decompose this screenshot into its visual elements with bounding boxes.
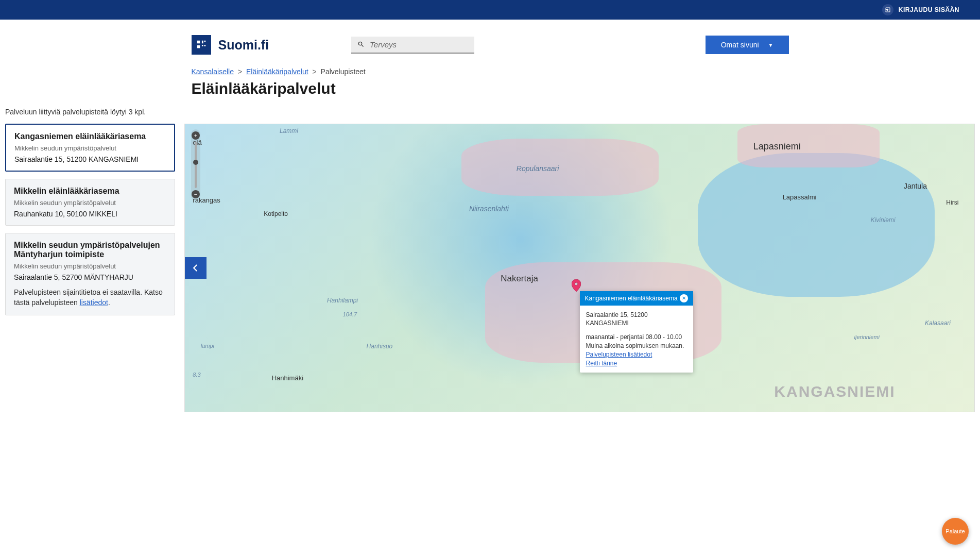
map-place-label: Hirsi [946, 199, 958, 206]
service-card[interactable]: Kangasniemen eläinlääkäriasema Mikkelin … [5, 124, 175, 172]
logo[interactable]: Suomi.fi [192, 35, 269, 55]
popup-title: Kangasniemen eläinlääkäriasema [585, 295, 678, 302]
map-depth-label: 104.7 [343, 311, 357, 317]
search-icon [357, 41, 365, 48]
map-place-label: Lapasniemi [753, 141, 801, 152]
svg-rect-5 [204, 45, 205, 46]
content: Palveluun liittyviä palvelupisteitä löyt… [0, 108, 980, 412]
caret-down-icon: ▼ [768, 42, 773, 48]
card-address: Sairaalantie 15, 51200 KANGASNIEMI [14, 155, 166, 163]
omat-sivuni-button[interactable]: Omat sivuni ▼ [706, 36, 789, 54]
card-org: Mikkelin seudun ympäristöpalvelut [14, 144, 166, 152]
breadcrumb-separator: > [313, 68, 317, 76]
zoom-control: + − [191, 129, 200, 200]
result-count: Palveluun liittyviä palvelupisteitä löyt… [5, 108, 975, 116]
collapse-sidebar-button[interactable] [185, 257, 207, 279]
map-place-label: Jantula [904, 182, 927, 190]
breadcrumb-separator: > [238, 68, 242, 76]
popup-address: Sairaalantie 15, 51200 KANGASNIEMI [586, 311, 687, 328]
svg-rect-2 [204, 41, 205, 42]
breadcrumb: Kansalaiselle > Eläinlääkäripalvelut > P… [192, 62, 789, 80]
map[interactable]: Lammi elä Lapasniemi Ropulansaari Jantul… [184, 124, 975, 412]
popup-close-button[interactable]: ✕ [680, 294, 688, 302]
map-place-label: Nakertaja [501, 274, 538, 284]
zoom-in-button[interactable]: + [192, 131, 200, 140]
svg-rect-4 [201, 45, 203, 46]
map-place-label: Kalasaari [925, 319, 951, 327]
zoom-slider[interactable] [195, 142, 197, 188]
card-address: Rauhankatu 10, 50100 MIKKELI [14, 210, 166, 218]
card-address: Sairaalantie 5, 52700 MÄNTYHARJU [14, 273, 166, 281]
breadcrumb-link[interactable]: Kansalaiselle [192, 68, 234, 76]
card-title: Mikkelin seudun ympäristöpalvelujen Mänt… [14, 241, 166, 259]
map-place-label: Kotipelto [264, 210, 288, 217]
breadcrumb-link[interactable]: Eläinlääkäripalvelut [246, 68, 308, 76]
popup-note: Muina aikoina sopimuksen mukaan. [586, 342, 687, 350]
map-city-label: KANGASNIEMI [774, 383, 895, 400]
zoom-thumb[interactable] [193, 160, 198, 165]
page-title: Eläinlääkäripalvelut [192, 80, 789, 97]
svg-rect-3 [197, 45, 200, 48]
map-place-label: Ropulansaari [517, 164, 559, 173]
map-marker-icon[interactable] [572, 279, 581, 292]
svg-rect-0 [197, 41, 200, 44]
map-place-label: ijerinniemi [854, 334, 880, 340]
service-card[interactable]: Mikkelin seudun ympäristöpalvelujen Mänt… [5, 233, 175, 315]
service-card[interactable]: Mikkelin eläinlääkäriasema Mikkelin seud… [5, 179, 175, 226]
map-popup: Kangasniemen eläinlääkäriasema ✕ Sairaal… [580, 291, 693, 373]
login-button[interactable]: KIRJAUDU SISÄÄN [882, 4, 959, 15]
map-place-label: Niirasenlahti [469, 205, 509, 213]
map-place-label: Hanhisuo [367, 343, 393, 350]
map-place-label: Lammi [280, 127, 298, 134]
card-note: Palvelupisteen sijaintitietoa ei saatavi… [14, 288, 166, 308]
search-box[interactable] [351, 37, 474, 54]
card-org: Mikkelin seudun ympäristöpalvelut [14, 262, 166, 270]
card-org: Mikkelin seudun ympäristöpalvelut [14, 199, 166, 207]
popup-hours: maanantai - perjantai 08.00 - 10.00 [586, 333, 687, 342]
search-input[interactable] [370, 40, 468, 49]
zoom-out-button[interactable]: − [192, 190, 200, 198]
more-info-link[interactable]: lisätiedot [80, 298, 108, 307]
popup-route-link[interactable]: Reitti tänne [586, 359, 687, 368]
layout: Kangasniemen eläinlääkäriasema Mikkelin … [5, 124, 975, 412]
popup-header: Kangasniemen eläinlääkäriasema ✕ [580, 291, 693, 306]
omat-label: Omat sivuni [721, 41, 759, 49]
map-place-label: Kiviniemi [871, 216, 896, 224]
card-title: Kangasniemen eläinlääkäriasema [14, 132, 166, 141]
popup-body: Sairaalantie 15, 51200 KANGASNIEMI maana… [580, 306, 693, 373]
sidebar: Kangasniemen eläinlääkäriasema Mikkelin … [5, 124, 175, 412]
map-place-label: Hanhilampi [327, 297, 358, 304]
breadcrumb-current: Palvelupisteet [321, 68, 366, 76]
map-place-label: lampi [201, 343, 214, 349]
map-depth-label: 8.3 [193, 372, 200, 378]
svg-rect-1 [201, 41, 203, 44]
logo-text: Suomi.fi [218, 38, 269, 53]
logo-icon [192, 35, 211, 55]
login-label: KIRJAUDU SISÄÄN [899, 6, 959, 13]
map-place-label: Lapassalmi [783, 193, 817, 201]
card-title: Mikkelin eläinlääkäriasema [14, 187, 166, 196]
popup-details-link[interactable]: Palvelupisteen lisätiedot [586, 350, 687, 359]
map-place-label: Hanhimäki [272, 374, 303, 382]
topbar: KIRJAUDU SISÄÄN [0, 0, 980, 20]
header: Suomi.fi Omat sivuni ▼ [192, 20, 789, 62]
login-icon [882, 4, 893, 15]
